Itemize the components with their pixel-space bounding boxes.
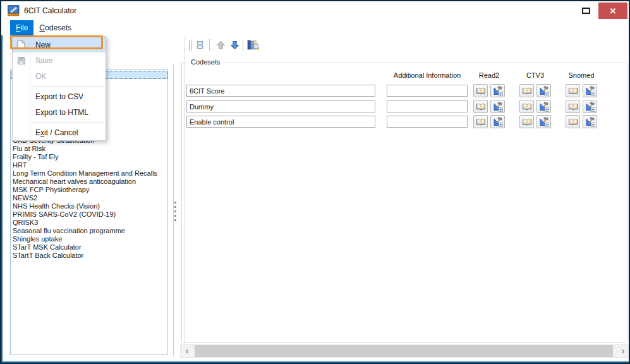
arrow-up-icon	[217, 41, 225, 49]
open-book-icon	[522, 86, 532, 95]
ctv3-build-codeset-button[interactable]	[536, 84, 551, 97]
find-codes-button[interactable]	[246, 38, 260, 52]
scrollbar-thumb[interactable]	[195, 345, 613, 357]
group-rows-button[interactable]	[193, 38, 207, 52]
list-item[interactable]: Mechanical heart valves anticoagulation	[11, 178, 167, 186]
build-codeset-icon	[585, 86, 595, 96]
maximize-icon	[582, 8, 590, 14]
build-codeset-icon	[585, 117, 595, 127]
read2-open-codeset-button[interactable]	[473, 100, 488, 113]
build-codeset-icon	[493, 102, 503, 112]
open-book-icon	[568, 86, 578, 95]
toolbar-grip-icon[interactable]	[189, 40, 191, 51]
scroll-left-button[interactable]: ‹	[181, 345, 193, 357]
snomed-open-codeset-button[interactable]	[566, 115, 580, 128]
open-book-icon	[568, 102, 578, 111]
open-book-icon	[476, 86, 486, 95]
list-item[interactable]: Seasonal flu vaccination programme	[11, 227, 167, 235]
move-down-button[interactable]	[227, 38, 241, 52]
list-item[interactable]: NHS Health Checks (Vision)	[11, 202, 167, 210]
menu-item-exit-cancel[interactable]: Exit / Cancel	[13, 124, 106, 140]
new-document-icon	[13, 40, 30, 49]
open-book-icon	[476, 117, 486, 126]
build-codeset-icon	[585, 102, 595, 112]
build-codeset-icon	[539, 117, 549, 127]
snomed-build-codeset-button[interactable]	[583, 115, 597, 128]
toolbar-separator	[209, 39, 210, 51]
read2-build-codeset-button[interactable]	[490, 84, 505, 97]
move-up-button[interactable]	[214, 38, 227, 52]
ctv3-open-codeset-button[interactable]	[519, 84, 534, 97]
list-item[interactable]: Shingles uptake	[11, 235, 167, 243]
file-menu-popup: New Save OK Export to CSV Export to HTML…	[12, 36, 106, 141]
maximize-button[interactable]	[574, 3, 597, 19]
ctv3-build-codeset-button[interactable]	[536, 115, 551, 128]
menu-file[interactable]: File	[10, 20, 33, 35]
menu-codesets[interactable]: Codesets	[33, 20, 77, 35]
codesets-group-label: Codesets	[188, 58, 223, 66]
list-item[interactable]: NEWS2	[11, 194, 167, 202]
close-icon: ✕	[610, 6, 617, 16]
ctv3-open-codeset-button[interactable]	[519, 100, 534, 113]
additional-information-input[interactable]	[387, 116, 468, 128]
additional-information-input[interactable]	[387, 85, 468, 97]
menu-item-new[interactable]: New	[13, 37, 106, 52]
stacked-squares-icon	[197, 40, 204, 49]
menu-item-ok[interactable]: OK	[13, 68, 106, 84]
codeset-name-input[interactable]	[186, 100, 375, 112]
list-item[interactable]: Flu at Risk	[11, 145, 167, 153]
codeset-name-input[interactable]	[186, 116, 375, 128]
menu-item-save[interactable]: Save	[13, 52, 106, 68]
window-title: 6CIT Calculator	[24, 6, 76, 15]
list-item[interactable]: Long Term Condition Management and Recal…	[11, 169, 167, 178]
menu-item-export-html[interactable]: Export to HTML	[13, 104, 106, 120]
list-item[interactable]: MSK FCP Physiotherapy	[11, 186, 167, 194]
scroll-right-button[interactable]: ›	[617, 345, 629, 357]
build-codeset-icon	[539, 86, 549, 96]
ctv3-open-codeset-button[interactable]	[519, 115, 534, 128]
open-book-icon	[476, 102, 486, 111]
read2-open-codeset-button[interactable]	[473, 84, 488, 97]
books-magnifier-icon	[247, 39, 260, 51]
snomed-open-codeset-button[interactable]	[566, 100, 580, 113]
build-codeset-icon	[493, 86, 503, 96]
close-button[interactable]: ✕	[598, 3, 627, 19]
menu-separator	[30, 122, 104, 123]
open-book-icon	[522, 102, 532, 111]
build-codeset-icon	[539, 102, 549, 112]
column-header-snomed: Snomed	[564, 71, 598, 79]
menu-separator	[30, 86, 104, 87]
open-book-icon	[568, 117, 578, 126]
snomed-build-codeset-button[interactable]	[583, 100, 597, 113]
ctv3-build-codeset-button[interactable]	[536, 100, 551, 113]
read2-build-codeset-button[interactable]	[490, 115, 505, 128]
splitter-handle[interactable]	[174, 202, 176, 221]
save-floppy-icon	[13, 56, 30, 65]
build-codeset-icon	[493, 117, 503, 127]
snomed-open-codeset-button[interactable]	[566, 84, 580, 97]
list-item[interactable]: STartT Back Calculator	[11, 252, 167, 260]
horizontal-scrollbar[interactable]: ‹ ›	[180, 344, 630, 358]
list-item[interactable]: Frailty - Taf Ely	[11, 153, 167, 161]
menubar: File Codesets	[1, 20, 629, 35]
app-icon	[8, 5, 20, 16]
list-item[interactable]: PRIMIS SARS-CoV2 (COVID-19)	[11, 210, 167, 219]
snomed-build-codeset-button[interactable]	[583, 84, 597, 97]
additional-information-input[interactable]	[387, 100, 468, 112]
scroll-right-icon: ›	[622, 346, 625, 356]
left-panel-edge	[173, 64, 174, 356]
codeset-name-input[interactable]	[186, 85, 375, 97]
read2-build-codeset-button[interactable]	[490, 100, 505, 113]
list-item[interactable]: HRT	[11, 161, 167, 169]
menu-item-export-csv[interactable]: Export to CSV	[13, 88, 106, 104]
list-item[interactable]: STarT MSK Calculator	[11, 243, 167, 252]
list-item[interactable]: QRISK3	[11, 219, 167, 227]
scroll-left-icon: ‹	[186, 346, 189, 356]
column-header-additional-information: Additional Information	[380, 71, 474, 79]
toolbar-separator	[243, 39, 243, 51]
column-header-ctv3: CTV3	[518, 71, 552, 79]
column-header-read2: Read2	[472, 71, 506, 79]
app-window: 6CIT Calculator ✕ File Codesets 6CIT Cal…	[0, 0, 630, 364]
open-book-icon	[522, 117, 532, 126]
read2-open-codeset-button[interactable]	[473, 115, 488, 128]
